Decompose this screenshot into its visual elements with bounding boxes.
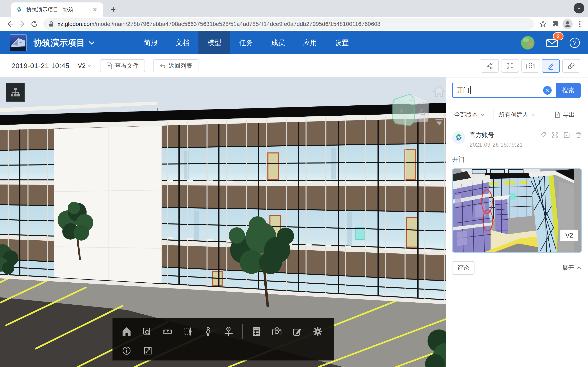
nav-tab-briefing[interactable]: 简报 [135, 31, 167, 54]
chevron-down-icon [480, 113, 485, 117]
markup-thumbnail[interactable]: V2 [452, 168, 582, 253]
browser-tab[interactable]: 协筑演示项目 - 协筑 ✕ [11, 2, 103, 17]
markup-sidebar: 开门 ✕ 搜索 全部版本 所有创建人 导出 [446, 77, 588, 367]
nav-tab-settings[interactable]: 设置 [326, 31, 358, 54]
nav-tab-apps[interactable]: 应用 [294, 31, 326, 54]
clear-search-icon[interactable]: ✕ [543, 86, 552, 95]
model-timestamp: 2019-01-21 10:45 [11, 62, 69, 70]
measure-button[interactable] [159, 324, 175, 340]
view-file-button[interactable]: 查看文件 [100, 59, 145, 72]
markup-button[interactable] [542, 59, 560, 73]
export-button[interactable]: 导出 [541, 111, 588, 119]
model-tree-button[interactable] [6, 83, 25, 102]
properties-button[interactable] [249, 324, 264, 340]
main-nav: 简报 文档 模型 任务 成员 应用 设置 [135, 31, 358, 54]
version-dropdown[interactable]: V2 [78, 62, 92, 69]
address-bar: xz.glodon.com/model/main/278b7967ebba470… [0, 17, 588, 31]
return-arrow-icon [159, 63, 166, 69]
back-to-list-button[interactable]: 返回列表 [153, 59, 199, 72]
chevron-down-icon [87, 64, 92, 68]
project-name[interactable]: 协筑演示项目 [34, 37, 85, 49]
cube-front-face-label[interactable]: 前 [399, 105, 407, 115]
walkthrough-button[interactable] [200, 324, 216, 340]
favicon-glodon-icon [16, 6, 23, 13]
user-avatar[interactable] [521, 36, 535, 50]
tab-title: 协筑演示项目 - 协筑 [26, 6, 91, 13]
model-toolbar: 2019-01-21 10:45 V2 查看文件 返回列表 [0, 54, 588, 77]
forward-icon[interactable] [16, 18, 28, 30]
viewer-snapshot-button[interactable] [269, 324, 285, 340]
toolbar-divider [242, 324, 243, 339]
section-button[interactable] [180, 324, 196, 340]
viewer-views-dropdown-icon[interactable] [433, 117, 445, 127]
version-filter-dropdown[interactable]: 全部版本 [446, 111, 493, 119]
cube-right-face-label[interactable]: 右 [419, 107, 426, 117]
search-button[interactable]: 搜索 [556, 83, 581, 98]
viewpoint-button[interactable] [221, 324, 237, 340]
browser-profile-avatar[interactable] [562, 18, 574, 30]
markup-title: 开门 [452, 155, 582, 164]
viewer-home-button[interactable] [432, 85, 445, 99]
card-author: 官方账号 [470, 131, 523, 139]
comment-button[interactable]: 评论 [452, 261, 475, 275]
cube-top-face-label[interactable]: 上 [409, 95, 415, 102]
expand-toggle[interactable]: 展开 [562, 264, 582, 272]
browser-menu-icon[interactable] [574, 18, 586, 30]
task-check-icon[interactable] [563, 132, 570, 138]
link-button[interactable] [562, 59, 580, 73]
lock-icon [49, 21, 54, 27]
back-icon[interactable] [4, 18, 16, 30]
view-in-model-icon[interactable] [552, 132, 558, 138]
tag-icon[interactable] [540, 132, 546, 138]
url-path: /model/main/278b7967ebba4708ac566375631b… [95, 21, 380, 27]
chevron-down-icon [531, 113, 535, 117]
card-timestamp: 2021-09-26 15:09:21 [470, 142, 523, 148]
chevron-up-icon [577, 266, 582, 270]
mail-badge: 2 [553, 32, 563, 40]
info-button[interactable] [119, 343, 135, 359]
fullscreen-button[interactable] [140, 343, 156, 359]
thumbnail-version-badge: V2 [560, 230, 579, 242]
viewer-toolbar-home-button[interactable] [119, 324, 135, 340]
reload-icon[interactable] [28, 18, 40, 30]
search-input[interactable]: 开门 ✕ [452, 83, 556, 98]
url-bar[interactable]: xz.glodon.com/model/main/278b7967ebba470… [43, 18, 534, 30]
browser-tab-strip: 协筑演示项目 - 协筑 ✕ + [0, 0, 588, 17]
text-caret [470, 86, 471, 94]
delete-icon[interactable] [575, 132, 582, 138]
markup-card[interactable]: 官方账号 2021-09-26 15:09:21 [452, 131, 582, 275]
nav-tab-documents[interactable]: 文档 [167, 31, 199, 54]
viewer-toolbar [112, 318, 334, 360]
share-button[interactable] [481, 59, 499, 73]
export-icon [554, 111, 561, 118]
hierarchy-icon [10, 87, 21, 97]
viewer-settings-button[interactable] [310, 324, 326, 340]
new-tab-button[interactable]: + [108, 4, 118, 15]
glodon-logo-icon [454, 133, 463, 142]
official-account-avatar [452, 131, 465, 144]
project-chevron-down-icon[interactable] [88, 40, 95, 45]
project-thumbnail[interactable] [10, 34, 26, 51]
document-icon [106, 62, 112, 69]
creator-filter-dropdown[interactable]: 所有创建人 [493, 111, 541, 119]
nav-tab-tasks[interactable]: 任务 [230, 31, 262, 54]
snapshot-button[interactable] [521, 59, 539, 73]
help-icon[interactable]: ? [570, 38, 580, 48]
bookmark-star-icon[interactable] [537, 18, 549, 30]
roam-path-button[interactable] [501, 59, 519, 73]
url-host: xz.glodon.com [58, 21, 95, 27]
nav-tab-model[interactable]: 模型 [199, 31, 230, 54]
mail-button[interactable]: 2 [546, 37, 558, 49]
search-input-value: 开门 [457, 86, 469, 95]
thumbnail-scene [453, 169, 574, 253]
viewer-markup-button[interactable] [289, 324, 305, 340]
tab-search-icon[interactable] [574, 3, 584, 13]
app-header: 协筑演示项目 简报 文档 模型 任务 成员 应用 设置 2 ? [0, 31, 588, 54]
zoom-window-button[interactable] [139, 324, 155, 340]
tab-close-icon[interactable]: ✕ [91, 6, 99, 13]
nav-tab-members[interactable]: 成员 [262, 31, 294, 54]
extensions-icon[interactable] [549, 18, 562, 30]
